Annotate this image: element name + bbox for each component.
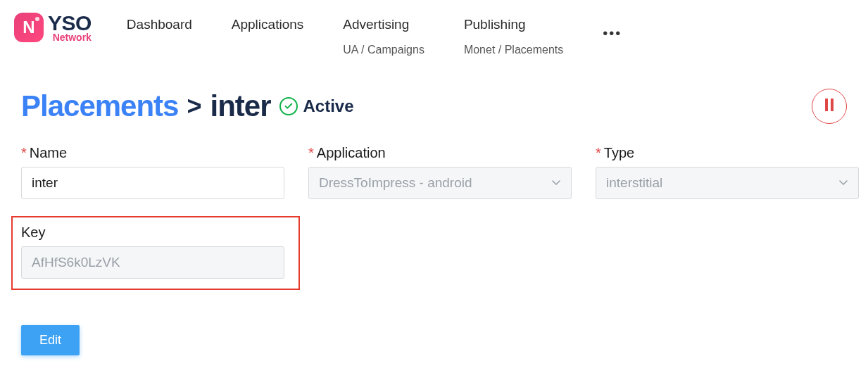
application-label-text: Application xyxy=(317,145,386,160)
pause-icon xyxy=(824,99,834,114)
breadcrumb-root[interactable]: Placements xyxy=(21,89,178,123)
svg-rect-1 xyxy=(831,99,834,111)
type-field-wrap: *Type interstitial xyxy=(596,145,859,199)
nav-dashboard[interactable]: Dashboard xyxy=(127,17,192,32)
application-field-wrap: *Application DressToImpress - android xyxy=(308,145,572,199)
name-label: *Name xyxy=(21,145,284,161)
chevron-down-icon xyxy=(838,175,848,191)
logo-sub: Network xyxy=(48,32,92,42)
name-label-text: Name xyxy=(30,145,67,160)
top-header: N YSO Network Dashboard Applications Adv… xyxy=(0,0,868,56)
type-label: *Type xyxy=(596,145,859,161)
application-select: DressToImpress - android xyxy=(308,167,572,199)
key-value: AfHfS6k0LzVK xyxy=(32,255,120,270)
edit-button[interactable]: Edit xyxy=(21,325,80,355)
name-input[interactable] xyxy=(21,167,284,199)
nav-advertising-sub[interactable]: UA / Campaigns xyxy=(343,44,424,56)
type-select: interstitial xyxy=(596,167,859,199)
application-value: DressToImpress - android xyxy=(319,175,472,191)
main-nav: Dashboard Applications Advertising UA / … xyxy=(127,8,622,56)
nav-publishing[interactable]: Publishing xyxy=(464,17,563,32)
logo-brand: YSO xyxy=(48,13,92,34)
nav-applications[interactable]: Applications xyxy=(232,17,303,32)
key-highlight-box: Key AfHfS6k0LzVK xyxy=(11,216,300,290)
name-field-wrap: *Name xyxy=(21,145,284,199)
key-input: AfHfS6k0LzVK xyxy=(21,246,284,279)
status-label: Active xyxy=(303,96,354,116)
status-badge: Active xyxy=(279,96,354,116)
breadcrumb: Placements > inter Active xyxy=(21,89,354,123)
pause-button[interactable] xyxy=(812,89,847,124)
check-circle-icon xyxy=(279,97,298,115)
page-header: Placements > inter Active xyxy=(0,56,868,131)
page-title: inter xyxy=(210,89,271,123)
placement-form: *Name *Application DressToImpress - andr… xyxy=(0,131,868,199)
chevron-right-icon: > xyxy=(187,91,201,121)
key-label: Key xyxy=(21,225,290,241)
nav-publishing-sub[interactable]: Monet / Placements xyxy=(464,44,563,56)
type-label-text: Type xyxy=(604,145,634,160)
svg-rect-0 xyxy=(825,99,828,111)
logo-text: YSO Network xyxy=(48,13,92,42)
nav-advertising[interactable]: Advertising xyxy=(343,17,424,32)
chevron-down-icon xyxy=(551,175,561,191)
logo[interactable]: N YSO Network xyxy=(14,8,92,42)
logo-badge-icon: N xyxy=(14,13,44,42)
application-label: *Application xyxy=(308,145,572,161)
more-icon[interactable]: ••• xyxy=(603,17,622,56)
type-value: interstitial xyxy=(606,175,662,191)
